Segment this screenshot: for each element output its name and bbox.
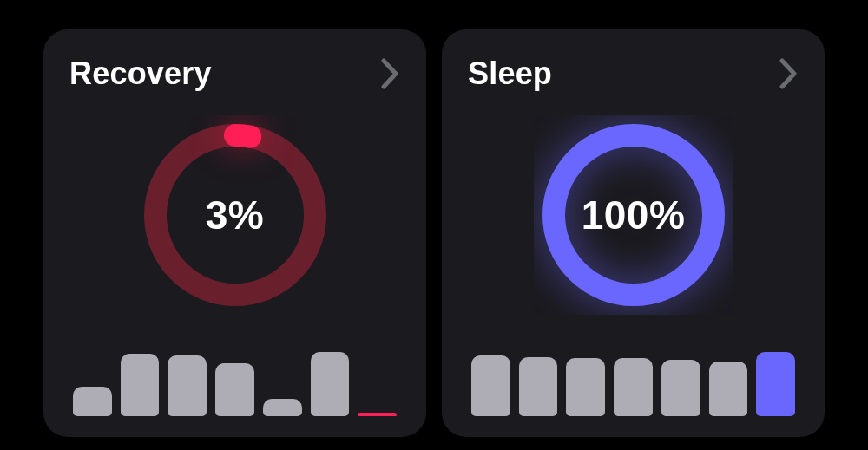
chevron-right-icon[interactable] [779, 58, 799, 89]
bar-day [263, 399, 302, 416]
bar-day [661, 360, 700, 416]
sleep-card-header: Sleep [468, 55, 799, 92]
bar-today [756, 352, 795, 416]
sleep-title: Sleep [468, 55, 552, 92]
recovery-bar-chart [69, 338, 400, 416]
bar-day [471, 355, 510, 416]
recovery-card-header: Recovery [69, 55, 400, 92]
bar-today [358, 413, 397, 416]
bar-day [311, 352, 350, 416]
sleep-percent-label: 100% [468, 192, 799, 238]
sleep-card[interactable]: Sleep 100% [442, 29, 825, 437]
metric-cards-row: Recovery 3% Sleep [0, 0, 868, 437]
recovery-ring: 3% [69, 92, 400, 338]
recovery-percent-label: 3% [69, 192, 400, 238]
sleep-ring: 100% [468, 92, 799, 338]
bar-day [614, 358, 653, 416]
bar-day [215, 363, 254, 416]
bar-day [73, 387, 112, 416]
bar-day [519, 357, 558, 416]
sleep-bar-chart [468, 338, 799, 416]
bar-day [168, 355, 207, 416]
chevron-right-icon[interactable] [381, 58, 400, 89]
bar-day [566, 358, 605, 416]
recovery-title: Recovery [69, 55, 212, 92]
bar-day [121, 354, 160, 416]
recovery-card[interactable]: Recovery 3% [43, 29, 426, 437]
bar-day [709, 362, 748, 416]
